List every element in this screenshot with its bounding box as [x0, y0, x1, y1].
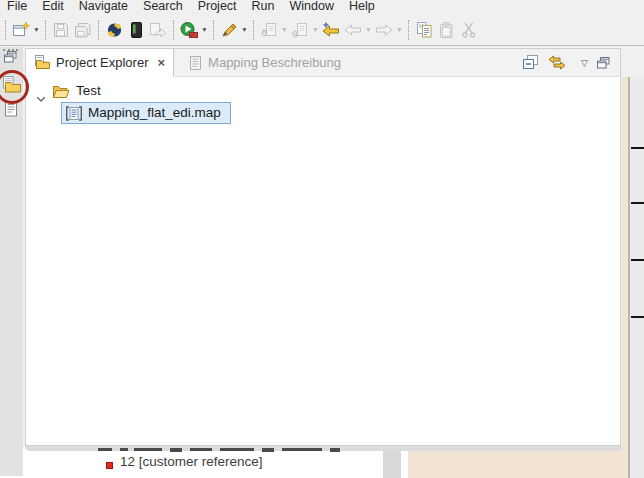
toolbar-separator — [253, 20, 254, 40]
menu-help[interactable]: Help — [349, 0, 375, 13]
menu-navigate[interactable]: Navigate — [79, 0, 128, 13]
collapse-all-icon[interactable] — [523, 55, 539, 70]
toolbar-separator — [45, 20, 46, 40]
mapping-connection-line — [631, 147, 644, 149]
tab-label: Mapping Beschreibung — [208, 55, 341, 70]
menu-search[interactable]: Search — [143, 0, 183, 13]
mapping-connection-line — [631, 316, 644, 318]
list-item-text: [customer reference] — [139, 454, 263, 469]
view-menu-icon[interactable]: ▽ — [581, 58, 588, 68]
eclipse-window: File Edit Navigate Search Project Run Wi… — [0, 0, 644, 478]
view-tab-bar: Project Explorer × Mapping Beschreibung — [26, 49, 620, 77]
tree-label-test: Test — [76, 83, 101, 98]
run-icon[interactable] — [178, 18, 200, 42]
copy-icon[interactable] — [413, 18, 435, 42]
run-dropdown-icon[interactable]: ▾ — [200, 25, 209, 34]
tree-label-mapping-file: Mapping_flat_edi.map — [88, 105, 221, 120]
clipped-text-fragment — [220, 448, 254, 451]
commit-icon — [258, 18, 280, 42]
toolbar-separator — [98, 20, 99, 40]
view-toolbar: ▽ — [523, 49, 620, 76]
mapping-connection-line — [631, 202, 644, 204]
synchronize-icon[interactable] — [103, 18, 125, 42]
menu-bar: File Edit Navigate Search Project Run Wi… — [0, 0, 644, 14]
save-icon — [50, 18, 72, 42]
menu-window[interactable]: Window — [290, 0, 334, 13]
commit-dropdown-icon: ▾ — [280, 25, 289, 34]
toolbar-handle — [5, 20, 6, 40]
clipped-text-fragment — [120, 448, 128, 451]
toolbar-separator — [213, 20, 214, 40]
mapping-beschreibung-tab-icon — [189, 56, 202, 70]
restore-view-icon[interactable] — [4, 51, 17, 63]
main-toolbar: ▾ — [0, 14, 644, 46]
marker-pen-icon[interactable] — [218, 18, 240, 42]
back-dropdown-icon: ▾ — [364, 25, 373, 34]
project-explorer-fast-view-icon[interactable] — [2, 76, 21, 93]
list-item-number: 12 — [120, 454, 135, 469]
toolbar-separator — [408, 20, 409, 40]
tab-project-explorer[interactable]: Project Explorer × — [26, 49, 174, 77]
list-item[interactable]: 12 [customer reference] — [120, 454, 263, 469]
project-explorer-tab-icon — [34, 55, 50, 70]
close-tab-icon[interactable]: × — [157, 57, 165, 69]
clipped-text-fragment — [282, 448, 322, 451]
scrollbar[interactable] — [383, 450, 401, 478]
list-marker-square — [106, 462, 113, 469]
clipped-text-fragment — [134, 448, 162, 451]
right-panel-sliver — [630, 77, 644, 478]
forward-dropdown-icon: ▾ — [395, 25, 404, 34]
tab-mapping-beschreibung[interactable]: Mapping Beschreibung — [181, 49, 349, 76]
clipped-text-fragment — [98, 448, 112, 451]
save-all-icon — [72, 18, 94, 42]
new-wizard-dropdown-icon[interactable]: ▾ — [32, 25, 41, 34]
view-bottom-frame — [25, 446, 622, 451]
transfer-icon — [147, 18, 169, 42]
chevron-down-icon[interactable] — [36, 89, 46, 107]
paste-icon — [435, 18, 457, 42]
tab-label: Project Explorer — [56, 55, 148, 70]
update-icon — [289, 18, 311, 42]
last-edit-location-icon[interactable] — [320, 18, 342, 42]
clipped-text-fragment — [170, 448, 182, 452]
marker-pen-dropdown-icon[interactable]: ▾ — [240, 25, 249, 34]
menu-edit[interactable]: Edit — [42, 0, 64, 13]
menu-project[interactable]: Project — [198, 0, 237, 13]
forward-icon — [373, 18, 395, 42]
tree-row-test[interactable]: Test — [26, 81, 620, 102]
menu-file[interactable]: File — [7, 0, 27, 13]
fast-view-bar — [0, 47, 23, 476]
toolbar-separator — [173, 20, 174, 40]
minimize-restore-icon[interactable] — [597, 57, 610, 69]
clipped-text-fragment — [330, 448, 340, 452]
tree-row-mapping-file-selected[interactable]: Mapping_flat_edi.map — [61, 102, 231, 124]
open-folder-icon — [52, 84, 70, 103]
clipped-text-fragment — [262, 448, 274, 452]
mapping-file-icon — [65, 106, 83, 125]
update-dropdown-icon: ▾ — [311, 25, 320, 34]
clipped-text-fragment — [190, 448, 212, 451]
project-explorer-view: Project Explorer × Mapping Beschreibung — [25, 48, 621, 446]
back-icon — [342, 18, 364, 42]
mapping-connection-line — [631, 259, 644, 261]
cut-icon — [457, 18, 479, 42]
new-wizard-icon[interactable] — [10, 18, 32, 42]
menu-run[interactable]: Run — [252, 0, 275, 13]
device-icon[interactable] — [125, 18, 147, 42]
project-tree: Test Mapping_flat_edi.map — [26, 77, 620, 445]
mapping-description-fast-view-icon[interactable] — [4, 101, 18, 117]
link-with-editor-icon[interactable] — [548, 55, 566, 70]
